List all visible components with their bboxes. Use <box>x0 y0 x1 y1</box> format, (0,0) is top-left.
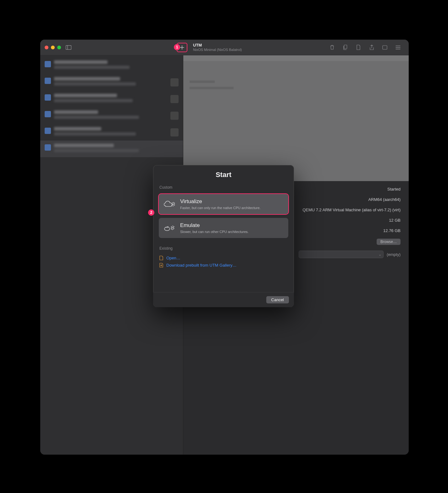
vm-status: Started <box>387 187 401 191</box>
dialog-title: Start <box>153 165 294 183</box>
window-icon <box>382 45 387 50</box>
section-existing-label: Existing <box>153 244 294 253</box>
annotation-badge-2: 2 <box>148 209 154 216</box>
sidebar-item[interactable] <box>40 107 183 124</box>
minimize-window-button[interactable] <box>51 46 55 49</box>
sidebar-toggle-button[interactable] <box>64 44 73 51</box>
menu-icon <box>395 46 401 49</box>
annotation-badge-1: 1 <box>174 44 180 50</box>
svg-rect-3 <box>383 46 387 49</box>
vm-status-icon <box>170 128 179 136</box>
drive-empty-label: (empty) <box>387 252 401 257</box>
sidebar-item[interactable] <box>40 91 183 107</box>
section-custom-label: Custom <box>153 183 294 192</box>
vm-arch: ARM64 (aarch64) <box>368 197 401 202</box>
vm-thumb <box>45 94 51 101</box>
trash-icon <box>330 45 335 50</box>
vm-status-icon <box>170 95 179 103</box>
vm-machine: QEMU 7.2 ARM Virtual Machine (alias of v… <box>302 208 401 212</box>
document-icon <box>356 45 361 50</box>
vm-thumb <box>45 61 51 67</box>
vm-subtitle: NixOS Minimal (NixOS Balatrol) <box>193 48 242 52</box>
title-block: UTM NixOS Minimal (NixOS Balatrol) <box>193 43 242 52</box>
vm-thumb <box>45 111 51 117</box>
file-icon <box>159 256 164 260</box>
vm-thumb <box>45 144 51 151</box>
start-dialog: Start Custom Virtualize Faster, but can … <box>153 165 294 307</box>
vm-status-icon <box>170 112 179 120</box>
download-gallery-link[interactable]: Download prebuilt from UTM Gallery… <box>159 262 288 269</box>
sidebar-item-selected[interactable] <box>40 141 183 157</box>
document-button[interactable] <box>354 44 363 51</box>
vm-display-preview[interactable] <box>183 55 409 181</box>
plus-icon <box>180 45 185 50</box>
sidebar-item[interactable] <box>40 74 183 91</box>
open-label: Open… <box>166 256 180 260</box>
delete-button[interactable] <box>328 44 336 51</box>
window-controls <box>45 46 61 49</box>
vm-thumb <box>45 78 51 84</box>
svg-rect-0 <box>66 45 71 49</box>
file-download-icon <box>159 263 164 268</box>
vm-status-icon <box>170 78 179 86</box>
zoom-window-button[interactable] <box>57 46 61 49</box>
app-title: UTM <box>193 43 242 48</box>
titlebar: UTM NixOS Minimal (NixOS Balatrol) <box>40 40 409 55</box>
chevron-down-icon: ⌄ <box>379 252 381 257</box>
drive-dropdown[interactable]: ⌄ <box>299 251 384 258</box>
share-icon <box>369 45 374 50</box>
clone-button[interactable] <box>341 44 350 51</box>
window-button[interactable] <box>380 44 389 51</box>
close-window-button[interactable] <box>45 46 48 49</box>
emulate-title: Emulate <box>180 222 249 229</box>
clone-icon <box>343 45 348 50</box>
open-existing-link[interactable]: Open… <box>159 254 288 262</box>
sidebar-item[interactable] <box>40 57 183 74</box>
virtualize-title: Virtualize <box>180 198 261 205</box>
virtualize-option[interactable]: Virtualize Faster, but can only run the … <box>159 194 288 214</box>
menu-button[interactable] <box>394 44 402 51</box>
virtualize-icon <box>164 200 175 208</box>
virtualize-desc: Faster, but can only run the native CPU … <box>180 206 261 210</box>
cancel-button[interactable]: Cancel <box>266 296 289 303</box>
emulate-desc: Slower, but can run other CPU architectu… <box>180 230 249 234</box>
sidebar-item[interactable] <box>40 124 183 141</box>
vm-thumb <box>45 128 51 134</box>
svg-rect-2 <box>344 45 347 49</box>
browse-button[interactable]: Browse… <box>377 239 401 245</box>
vm-memory: 12 GB <box>389 218 401 223</box>
download-label: Download prebuilt from UTM Gallery… <box>166 263 236 268</box>
emulate-option[interactable]: Emulate Slower, but can run other CPU ar… <box>159 218 288 238</box>
vm-disk: 12.76 GB <box>383 228 401 233</box>
share-button[interactable] <box>367 44 376 51</box>
emulate-icon <box>164 224 175 232</box>
